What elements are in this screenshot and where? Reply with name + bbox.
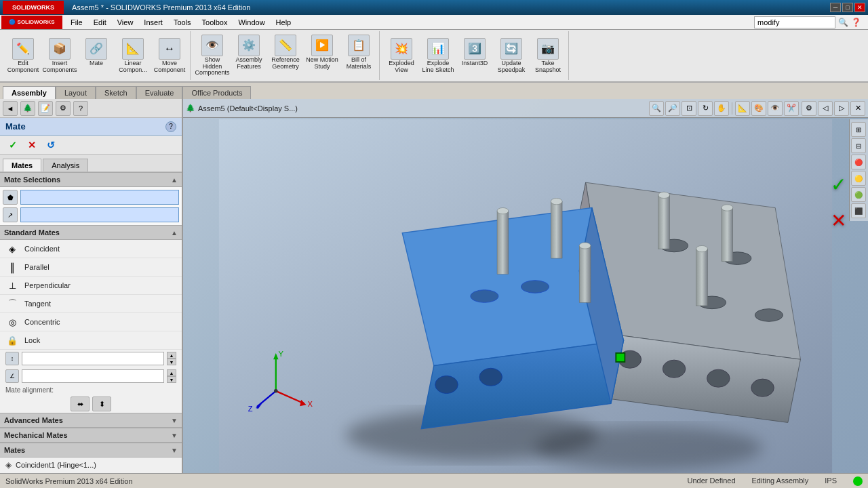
section-view-btn[interactable]: ✂️: [784, 101, 799, 116]
maximize-btn[interactable]: □: [842, 3, 853, 12]
confirm-btn[interactable]: ✓: [5, 138, 20, 152]
tab-assembly[interactable]: Assembly: [3, 86, 56, 99]
align-btn-2[interactable]: ⬍: [92, 396, 111, 411]
instant3d-btn[interactable]: 3️⃣ Instant3D: [457, 37, 492, 75]
menu-insert[interactable]: Insert: [138, 15, 168, 30]
mechanical-mates-header[interactable]: Mechanical Mates ▼: [0, 428, 182, 443]
linear-component-btn[interactable]: 📐 Linear Compon...: [115, 37, 151, 75]
standard-mates-header[interactable]: Standard Mates ▲: [0, 225, 182, 240]
distance-up[interactable]: ▲: [167, 352, 176, 359]
move-component-label: Move Component: [153, 60, 186, 74]
menu-edit[interactable]: Edit: [88, 15, 112, 30]
show-hidden-btn[interactable]: 👁️ Show Hidden Components: [195, 33, 230, 79]
menu-view[interactable]: View: [112, 15, 139, 30]
mate-btn[interactable]: 🔗 Mate: [79, 37, 114, 75]
rmt-btn-1[interactable]: ⊞: [851, 122, 866, 137]
selection-icon-2: ↗: [3, 207, 18, 222]
distance-spinner[interactable]: ▲ ▼: [167, 352, 176, 365]
refresh-btn[interactable]: ↺: [43, 138, 58, 152]
take-snapshot-btn[interactable]: 📷 Take Snapshot: [530, 37, 566, 75]
menu-file[interactable]: File: [65, 15, 88, 30]
menu-toolbox[interactable]: Toolbox: [197, 15, 233, 30]
explode-line-icon: 📊: [427, 38, 449, 60]
selection-input-2[interactable]: [20, 207, 179, 222]
rmt-btn-2[interactable]: ⊟: [851, 138, 866, 153]
distance-input[interactable]: 1.00in: [22, 352, 164, 365]
mate-selections-header[interactable]: Mate Selections ▲: [0, 172, 182, 187]
left-nav-back[interactable]: ◄: [3, 101, 18, 116]
sub-tab-mates[interactable]: Mates: [3, 159, 41, 171]
close-btn[interactable]: ✕: [854, 3, 865, 12]
angle-input[interactable]: 30.00deg: [22, 369, 164, 383]
update-speedpak-btn[interactable]: 🔄 Update Speedpak: [494, 37, 529, 75]
edit-component-btn[interactable]: ✏️ Edit Component: [5, 37, 41, 75]
search-input[interactable]: [754, 16, 835, 28]
concentric-label: Concentric: [24, 318, 60, 326]
coincident-option[interactable]: ◈ Coincident: [0, 240, 182, 258]
distance-down[interactable]: ▼: [167, 359, 176, 365]
mates-list-header[interactable]: Mates ▼: [0, 443, 182, 458]
concentric-option[interactable]: ◎ Concentric: [0, 313, 182, 331]
view-previous-btn[interactable]: ◁: [818, 101, 833, 116]
mates-list-arrow: ▼: [171, 447, 178, 454]
viewport-confirm-btn[interactable]: ✓: [831, 174, 846, 196]
sub-tab-analysis[interactable]: Analysis: [43, 159, 88, 171]
menu-tools[interactable]: Tools: [168, 15, 197, 30]
zoom-out-btn[interactable]: 🔎: [665, 101, 680, 116]
hide-show-btn[interactable]: 👁️: [768, 101, 783, 116]
bill-materials-btn[interactable]: 📋 Bill of Materials: [341, 33, 376, 79]
help-icon[interactable]: ❓: [851, 18, 861, 27]
rmt-btn-6[interactable]: ⬛: [851, 203, 866, 218]
angle-down[interactable]: ▼: [167, 376, 176, 383]
view-next-btn[interactable]: ▷: [834, 101, 849, 116]
zoom-in-btn[interactable]: 🔍: [649, 101, 664, 116]
zoom-fit-btn[interactable]: ⊡: [682, 101, 696, 116]
view-orient-btn[interactable]: 📐: [735, 101, 750, 116]
rmt-btn-5[interactable]: 🟢: [851, 187, 866, 202]
new-motion-btn[interactable]: ▶️ New Motion Study: [304, 33, 340, 79]
status-edition: SolidWorks Premium 2013 x64 Edition: [5, 477, 133, 485]
dym-help-btn[interactable]: ?: [73, 101, 88, 116]
align-btn-1[interactable]: ⬌: [71, 396, 90, 411]
menu-window[interactable]: Window: [233, 15, 270, 30]
3d-viewport[interactable]: 🌲 Assem5 (Default<Display S...) 🔍 🔎 ⊡ ↻ …: [183, 99, 868, 473]
viewport-cancel-btn[interactable]: ✕: [831, 209, 846, 232]
selection-input-1[interactable]: [20, 190, 179, 205]
parallel-option[interactable]: ∥ Parallel: [0, 258, 182, 277]
tab-evaluate[interactable]: Evaluate: [136, 86, 183, 99]
cancel-btn[interactable]: ✕: [24, 138, 39, 152]
assembly-features-btn[interactable]: ⚙️ Assembly Features: [231, 33, 267, 79]
pan-btn[interactable]: ✋: [714, 101, 729, 116]
view-settings-btn[interactable]: ⚙: [802, 101, 816, 116]
angle-up[interactable]: ▲: [167, 369, 176, 376]
advanced-mates-header[interactable]: Advanced Mates ▼: [0, 413, 182, 428]
menu-help[interactable]: Help: [271, 15, 297, 30]
mate-help-btn[interactable]: ?: [165, 121, 176, 132]
main-tabbar: Assembly Layout Sketch Evaluate Office P…: [0, 83, 868, 99]
lock-option[interactable]: 🔒 Lock: [0, 331, 182, 350]
minimize-btn[interactable]: ─: [830, 3, 841, 12]
config-manager-btn[interactable]: ⚙: [56, 101, 71, 116]
tangent-option[interactable]: ⌒ Tangent: [0, 295, 182, 313]
tab-layout[interactable]: Layout: [56, 86, 96, 99]
perpendicular-option[interactable]: ⊥ Perpendicular: [0, 277, 182, 295]
rmt-btn-4[interactable]: 🟡: [851, 171, 866, 186]
svg-point-13: [751, 379, 774, 396]
rotate-btn[interactable]: ↻: [698, 101, 713, 116]
search-icon[interactable]: 🔍: [838, 18, 848, 27]
mates-list-item[interactable]: ◈ Coincident1 (Hinge<1...): [3, 459, 179, 471]
tab-sketch[interactable]: Sketch: [96, 86, 136, 99]
move-component-btn[interactable]: ↔️ Move Component: [152, 37, 187, 75]
rmt-btn-3[interactable]: 🔴: [851, 155, 866, 169]
status-under-defined: Under Defined: [688, 476, 736, 486]
display-style-btn[interactable]: 🎨: [751, 101, 766, 116]
prop-manager-btn[interactable]: 📝: [38, 101, 53, 116]
feature-tree-btn[interactable]: 🌲: [20, 101, 35, 116]
reference-geometry-btn[interactable]: 📏 Reference Geometry: [268, 33, 303, 79]
insert-components-btn[interactable]: 📦 Insert Components: [42, 37, 77, 75]
explode-line-btn[interactable]: 📊 Explode Line Sketch: [420, 37, 456, 75]
exploded-view-btn[interactable]: 💥 Exploded View: [384, 37, 419, 75]
angle-spinner[interactable]: ▲ ▼: [167, 369, 176, 383]
view-close-btn[interactable]: ✕: [850, 101, 865, 116]
tab-office-products[interactable]: Office Products: [182, 86, 251, 99]
